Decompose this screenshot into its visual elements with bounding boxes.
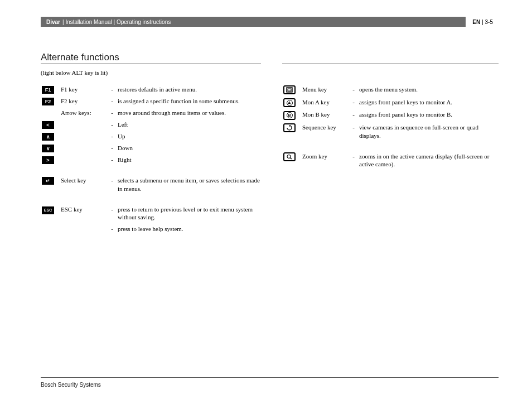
key-row: Mon A key-assigns front panel keys to mo… — [282, 97, 502, 109]
key-desc: Down — [117, 142, 261, 154]
title-rule-right — [282, 64, 499, 64]
right-column: Menu key-opens the menu system.Mon A key… — [282, 84, 502, 235]
dash: - — [349, 109, 358, 122]
key-icon: F2 — [42, 98, 54, 105]
key-name: ESC key — [60, 204, 108, 224]
section-title: Alternate functions — [41, 52, 119, 63]
key-name — [60, 142, 108, 154]
left-key-table: F1F1 key-restores defaults in active men… — [41, 84, 261, 235]
footer-text: Bosch Security Systems — [41, 382, 101, 388]
key-desc: Left — [117, 119, 261, 131]
key-desc: zooms in on the active camera display (f… — [358, 151, 502, 171]
left-column: F1F1 key-restores defaults in active men… — [41, 84, 261, 235]
key-name: F1 key — [60, 84, 108, 95]
key-row: Sequence key-view cameras in sequence on… — [282, 122, 502, 142]
key-icon: > — [42, 156, 54, 164]
dash: - — [108, 142, 117, 154]
key-name — [60, 119, 108, 131]
key-icon: F1 — [42, 86, 54, 94]
key-name: Menu key — [301, 84, 349, 97]
key-row: Mon B key-assigns front panel keys to mo… — [282, 109, 502, 122]
key-name: Select key — [60, 175, 108, 195]
key-desc: opens the menu system. — [358, 84, 502, 97]
dash: - — [108, 175, 117, 195]
product-name: Divar — [46, 19, 60, 25]
dash: - — [108, 84, 117, 95]
dash: - — [108, 95, 117, 107]
key-desc: assigns front panel keys to monitor A. — [358, 97, 502, 109]
dash: - — [349, 151, 358, 171]
key-icon: ↵ — [42, 177, 54, 185]
key-name: Zoom key — [301, 151, 349, 171]
zoom-key-icon — [283, 152, 296, 161]
key-desc: assigns front panel keys to monitor B. — [358, 109, 502, 122]
footer-rule — [41, 377, 499, 378]
key-name: F2 key — [60, 95, 108, 107]
key-icon: ESC — [42, 206, 54, 214]
monitor-key-icon — [283, 98, 296, 107]
breadcrumb-text: | Installation Manual | Operating instru… — [62, 19, 171, 25]
key-desc: move around through menu items or values… — [117, 107, 261, 119]
key-desc: selects a submenu or menu item, or saves… — [117, 175, 261, 195]
key-desc: press to leave help system. — [117, 223, 261, 235]
key-row: Zoom key-zooms in on the active camera d… — [282, 151, 502, 171]
key-desc: press to return to previous level or to … — [117, 204, 261, 224]
dash: - — [349, 97, 358, 109]
key-name — [60, 131, 108, 142]
page-indicator: EN | 3-5 — [466, 17, 499, 27]
svg-rect-1 — [288, 89, 291, 91]
key-row: F1F1 key-restores defaults in active men… — [41, 84, 261, 95]
section-subtitle: (light below ALT key is lit) — [41, 69, 108, 76]
lang-label: EN — [472, 19, 480, 25]
key-row: Menu key-opens the menu system. — [282, 84, 502, 97]
seq-key-icon — [283, 123, 296, 132]
key-row: ↵Select key-selects a submenu or menu it… — [41, 175, 261, 195]
key-row: -press to leave help system. — [41, 223, 261, 235]
key-desc: Right — [117, 154, 261, 166]
dash: - — [108, 107, 117, 119]
key-name: Sequence key — [301, 122, 349, 142]
header-breadcrumb: Divar | Installation Manual | Operating … — [41, 17, 176, 27]
monitor-key-icon — [283, 111, 296, 120]
dash: - — [349, 122, 358, 142]
key-row: F2F2 key-is assigned a specific function… — [41, 95, 261, 107]
key-row: >-Right — [41, 154, 261, 166]
key-desc: Up — [117, 131, 261, 142]
dash: - — [108, 223, 117, 235]
title-rule-left — [41, 64, 261, 64]
header-bar: Divar | Installation Manual | Operating … — [41, 17, 499, 27]
right-key-table: Menu key-opens the menu system.Mon A key… — [282, 84, 502, 170]
key-name: Arrow keys: — [60, 107, 108, 119]
menu-key-icon — [283, 85, 296, 94]
dash: - — [108, 131, 117, 142]
key-name: Mon B key — [301, 109, 349, 122]
key-row: <-Left — [41, 119, 261, 131]
key-icon: ∧ — [42, 133, 54, 141]
key-row: Arrow keys:-move around through menu ite… — [41, 107, 261, 119]
key-icon: ∨ — [42, 145, 54, 152]
dash: - — [108, 154, 117, 166]
content-columns: F1F1 key-restores defaults in active men… — [41, 84, 502, 235]
key-desc: restores defaults in active menu. — [117, 84, 261, 95]
dash: - — [349, 84, 358, 97]
key-name: Mon A key — [301, 97, 349, 109]
key-name — [60, 223, 108, 235]
page-number: | 3-5 — [482, 19, 493, 25]
header-spacer — [176, 17, 466, 27]
key-desc: is assigned a specific function in some … — [117, 95, 261, 107]
dash: - — [108, 119, 117, 131]
key-name — [60, 154, 108, 166]
key-row: ESCESC key-press to return to previous l… — [41, 204, 261, 224]
key-row: ∨-Down — [41, 142, 261, 154]
svg-point-2 — [287, 155, 291, 158]
key-desc: view cameras in sequence on full-screen … — [358, 122, 502, 142]
key-icon: < — [42, 121, 54, 129]
key-row: ∧-Up — [41, 131, 261, 142]
dash: - — [108, 204, 117, 224]
svg-line-3 — [290, 157, 292, 158]
